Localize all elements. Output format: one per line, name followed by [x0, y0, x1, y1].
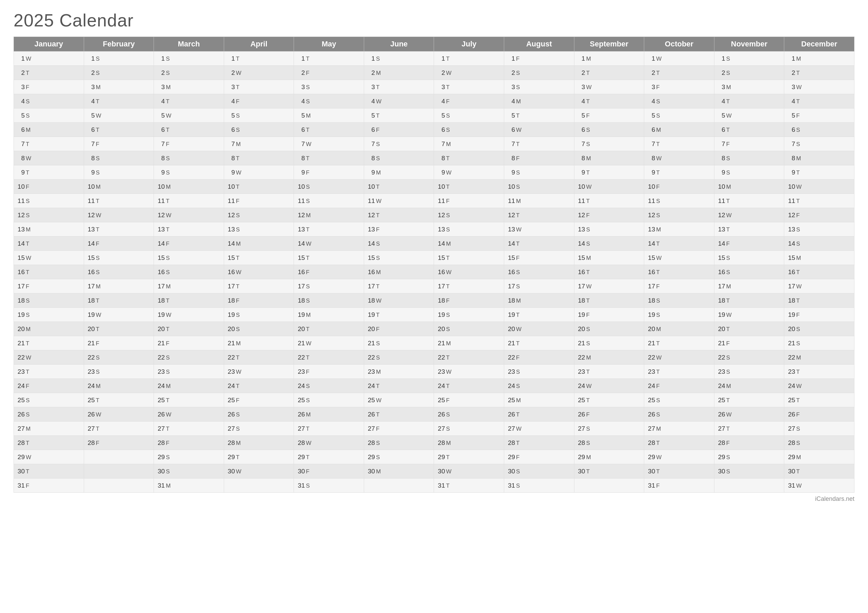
day-number: 22	[505, 354, 515, 361]
month-header-february: February	[84, 37, 154, 51]
day-number: 12	[436, 211, 445, 219]
day-cell-march-11: 11T	[154, 194, 224, 208]
day-number: 3	[225, 84, 235, 91]
day-cell-january-11: 11S	[14, 194, 84, 208]
day-number: 14	[436, 240, 445, 248]
day-cell-april-24: 24T	[224, 379, 294, 393]
day-number: 25	[225, 396, 235, 404]
day-letter: T	[586, 297, 592, 304]
day-number: 7	[505, 140, 515, 148]
day-cell-november-6: 6T	[714, 123, 784, 137]
day-cell-january-7: 7T	[14, 137, 84, 151]
day-cell-march-15: 15S	[154, 251, 224, 265]
day-cell-july-18: 18F	[434, 293, 504, 308]
day-number: 16	[366, 268, 375, 276]
month-header-december: December	[784, 37, 854, 51]
day-letter: W	[446, 369, 452, 375]
day-number: 7	[576, 140, 585, 148]
day-letter: W	[796, 84, 802, 91]
day-number: 3	[155, 84, 165, 91]
day-letter: M	[516, 98, 522, 105]
day-cell-october-10: 10F	[644, 180, 715, 194]
day-cell-april-31	[224, 478, 294, 493]
day-number: 26	[225, 411, 235, 418]
day-cell-october-18: 18S	[644, 293, 715, 308]
day-cell-june-19: 19T	[364, 308, 434, 322]
day-cell-april-10: 10T	[224, 180, 294, 194]
day-cell-july-11: 11F	[434, 194, 504, 208]
day-letter: W	[166, 412, 172, 418]
day-letter: M	[726, 184, 732, 190]
day-cell-august-3: 3S	[504, 80, 574, 94]
day-letter: M	[376, 369, 382, 375]
day-cell-april-26: 26S	[224, 407, 294, 421]
day-cell-may-14: 14W	[294, 237, 364, 251]
day-number: 26	[716, 411, 725, 418]
table-row: 14T14F14F14M14W14S14M14T14S14T14F14S	[14, 237, 854, 251]
day-cell-september-15: 15M	[574, 251, 644, 265]
day-letter: T	[306, 426, 312, 432]
day-number: 20	[295, 325, 305, 333]
day-cell-july-27: 27S	[434, 421, 504, 436]
day-cell-november-5: 5W	[714, 108, 784, 123]
day-letter: S	[96, 56, 102, 62]
day-number: 10	[225, 183, 235, 190]
day-cell-october-4: 4S	[644, 94, 715, 108]
day-cell-july-20: 20S	[434, 322, 504, 336]
day-cell-august-12: 12T	[504, 208, 574, 222]
day-letter: T	[516, 440, 522, 447]
day-number: 3	[85, 84, 95, 91]
day-number: 17	[646, 283, 655, 290]
day-letter: T	[96, 397, 102, 404]
day-number: 9	[366, 169, 375, 176]
day-number: 12	[576, 211, 585, 219]
day-letter: W	[26, 354, 32, 361]
day-letter: W	[516, 226, 522, 233]
day-cell-january-4: 4S	[14, 94, 84, 108]
day-cell-june-8: 8S	[364, 151, 434, 166]
day-cell-december-17: 17W	[784, 279, 854, 293]
day-letter: W	[446, 468, 452, 475]
day-cell-may-16: 16F	[294, 265, 364, 279]
day-cell-october-15: 15W	[644, 251, 715, 265]
day-cell-november-30: 30S	[714, 464, 784, 478]
day-number: 22	[576, 354, 585, 361]
day-number: 22	[155, 354, 165, 361]
day-number: 28	[786, 439, 795, 447]
day-number: 22	[225, 354, 235, 361]
day-number: 12	[295, 211, 305, 219]
day-cell-september-28: 28S	[574, 436, 644, 450]
day-number: 5	[716, 112, 725, 119]
day-cell-july-9: 9W	[434, 166, 504, 180]
day-cell-may-27: 27T	[294, 421, 364, 436]
day-number: 21	[155, 339, 165, 347]
day-number: 11	[436, 197, 445, 205]
table-row: 28T28F28F28M28W28S28M28T28S28T28F28S	[14, 436, 854, 450]
day-number: 24	[786, 382, 795, 390]
day-letter: T	[656, 440, 662, 447]
day-letter: T	[796, 468, 802, 475]
day-letter: S	[586, 226, 592, 233]
day-letter: M	[726, 283, 732, 290]
day-letter: W	[236, 269, 242, 276]
day-cell-december-22: 22M	[784, 350, 854, 365]
day-number: 24	[436, 382, 445, 390]
day-number: 28	[225, 439, 235, 447]
day-cell-august-10: 10S	[504, 180, 574, 194]
day-number: 3	[295, 84, 305, 91]
day-letter: S	[306, 98, 312, 105]
month-header-may: May	[294, 37, 364, 51]
day-number: 7	[436, 140, 445, 148]
day-letter: S	[726, 56, 732, 62]
day-letter: T	[306, 226, 312, 233]
table-row: 19S19W19W19S19M19T19S19T19F19S19W19F	[14, 308, 854, 322]
day-number: 30	[716, 467, 725, 475]
day-number: 12	[505, 211, 515, 219]
day-number: 16	[15, 268, 25, 276]
table-row: 30T30S30W30F30M30W30S30T30T30S30T	[14, 464, 854, 478]
month-header-july: July	[434, 37, 504, 51]
day-number: 9	[85, 169, 95, 176]
day-cell-december-27: 27S	[784, 421, 854, 436]
day-letter: S	[236, 426, 242, 432]
day-cell-may-22: 22T	[294, 350, 364, 365]
